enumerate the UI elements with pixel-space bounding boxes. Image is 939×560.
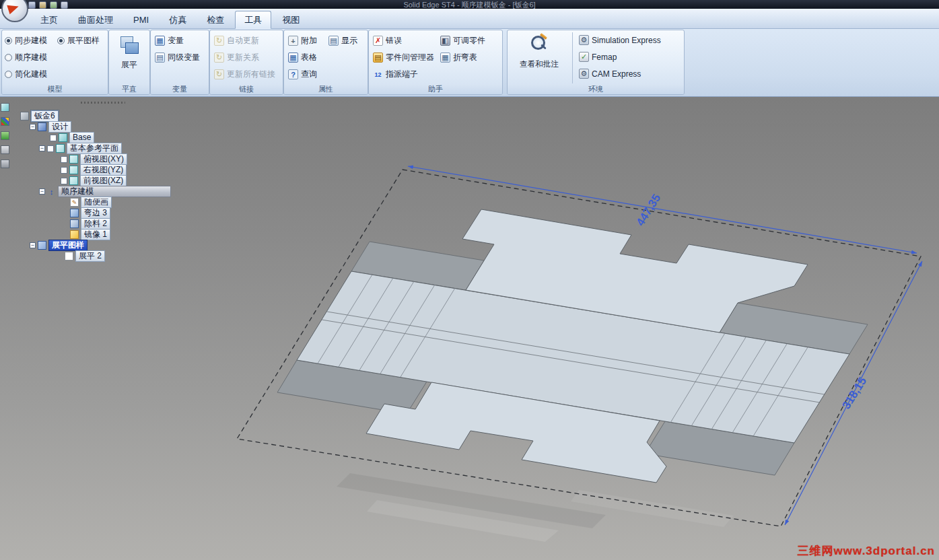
dimension-label-height[interactable]: 318,15 [840, 375, 870, 411]
tree-item-label[interactable]: 顺序建模 [58, 186, 171, 197]
group-variables: 变量 同级变量 变量 [150, 30, 209, 95]
visibility-checkbox[interactable] [61, 178, 67, 184]
tree-item-mirror1[interactable]: 镜像 1 [70, 230, 110, 240]
radio-synchronous[interactable]: 同步建模 [5, 35, 47, 46]
tree-item-flat-pattern[interactable]: 展平图样 [30, 240, 88, 250]
radio-icon[interactable] [5, 37, 12, 44]
visibility-checkbox[interactable] [61, 156, 67, 163]
radio-icon[interactable] [57, 37, 65, 44]
update-relations-button[interactable]: 更新关系 [214, 52, 259, 63]
interpart-manager-button[interactable]: 零件间管理器 [373, 52, 434, 63]
view-markup-label: 查看和批注 [520, 59, 559, 69]
tree-item-label[interactable]: 随便画 [81, 197, 112, 208]
inquire-button[interactable]: 查询 [288, 69, 317, 80]
display-button[interactable]: 显示 [328, 35, 357, 46]
adjustable-part-icon [440, 36, 450, 46]
tree-item-top-view-xy[interactable]: 俯视图(XY) [61, 154, 127, 164]
tab-tools[interactable]: 工具 [235, 11, 271, 29]
dimension-label-width[interactable]: 447,35 [634, 192, 664, 228]
adjustable-part-button[interactable]: 可调零件 [440, 35, 485, 46]
radio-flat-pattern[interactable]: 展平图样 [57, 35, 100, 46]
auto-update-button[interactable]: 自动更新 [214, 35, 259, 46]
quick-access-toolbar [28, 1, 68, 9]
simulation-express-button[interactable]: Simulation Express [579, 35, 661, 45]
group-environment: 查看和批注 Simulation Express Femap CAM Expre… [507, 30, 685, 95]
tab-pmi[interactable]: PMI [124, 11, 158, 29]
tree-item-sketch[interactable]: 随便画 [70, 197, 112, 207]
panel-toggle-icon[interactable] [1, 160, 9, 168]
visibility-checkbox[interactable] [50, 135, 57, 141]
tree-item-label[interactable]: Base [69, 132, 94, 143]
qat-dropdown-icon[interactable] [61, 1, 68, 9]
tab-simulation[interactable]: 仿真 [160, 11, 196, 29]
view-and-markup-button[interactable]: 查看和批注 [510, 32, 568, 85]
radio-simplify[interactable]: 简化建模 [5, 69, 47, 80]
attach-button[interactable]: 附加 [288, 35, 317, 46]
tree-item-cutout2[interactable]: 除料 2 [70, 219, 110, 229]
tree-item-label[interactable]: 除料 2 [81, 218, 110, 230]
group-model: 同步建模 展平图样 顺序建模 简化建模 模型 [1, 30, 108, 95]
tree-item-flatten2[interactable]: 展平 2 [65, 251, 105, 261]
tree-item-ordered-modeling[interactable]: 顺序建模 [39, 186, 171, 197]
tab-view[interactable]: 视图 [273, 11, 309, 29]
collapse-icon[interactable] [39, 188, 45, 195]
ribbon-tabs: 主页 曲面处理 PMI 仿真 检查 工具 视图 [31, 11, 309, 29]
tree-item-sheetmetal6[interactable]: 钣金6 [20, 111, 59, 121]
tree-item-label[interactable]: 弯边 3 [81, 207, 110, 219]
tree-item-label[interactable]: 镜像 1 [81, 229, 110, 240]
tree-item-label[interactable]: 俯视图(XY) [80, 153, 127, 165]
button-label: 查询 [301, 69, 317, 80]
tree-item-label[interactable]: 钣金6 [31, 110, 59, 122]
layer-icon[interactable] [1, 131, 9, 140]
tree-item-design[interactable]: 设计 [30, 122, 71, 132]
update-all-links-button[interactable]: 更新所有链接 [214, 69, 275, 80]
flatten-button-label: 展平 [121, 59, 137, 71]
cam-express-button[interactable]: CAM Express [579, 69, 641, 79]
tab-inspect[interactable]: 检查 [197, 11, 234, 29]
visibility-checkbox[interactable] [47, 145, 54, 152]
collapse-icon[interactable] [39, 145, 45, 151]
collapse-icon[interactable] [30, 124, 36, 130]
tree-item-label[interactable]: 右视图(YZ) [80, 164, 127, 176]
group-properties: 附加 显示 表格 查询 属性 [283, 30, 368, 95]
button-label: 同级变量 [168, 52, 200, 63]
model-viewport-canvas[interactable]: 447,35 318,15 [0, 96, 939, 560]
radio-icon[interactable] [5, 71, 12, 78]
peer-variables-button[interactable]: 同级变量 [155, 52, 200, 63]
cam-gear-icon [579, 69, 589, 79]
tree-item-reference-planes[interactable]: 基本参考平面 [39, 143, 122, 153]
pathfinder-drag-handle[interactable] [81, 102, 125, 104]
flatten-button[interactable]: 展平 [112, 33, 147, 84]
tab-home[interactable]: 主页 [31, 11, 67, 29]
visibility-checkbox[interactable] [61, 167, 67, 174]
button-label: 错误 [386, 35, 402, 46]
tree-item-right-view-yz[interactable]: 右视图(YZ) [61, 165, 127, 175]
assign-terminals-button[interactable]: 指派端子 [373, 69, 418, 80]
save-icon[interactable] [28, 1, 36, 9]
tree-item-front-view-xz[interactable]: 前视图(XZ) [61, 176, 127, 186]
variables-button[interactable]: 变量 [155, 35, 184, 46]
tree-item-label[interactable]: 展平图样 [48, 240, 88, 251]
collapse-icon[interactable] [30, 242, 36, 248]
table-button[interactable]: 表格 [288, 52, 317, 63]
radio-ordered[interactable]: 顺序建模 [5, 52, 47, 63]
tree-item-label[interactable]: 设计 [48, 121, 71, 133]
bend-table-button[interactable]: 折弯表 [440, 52, 477, 63]
tree-item-label[interactable]: 展平 2 [75, 250, 105, 262]
side-toolbar [0, 98, 11, 168]
panel-toggle-icon[interactable] [1, 145, 9, 154]
mirror-icon [70, 230, 79, 239]
tree-item-label[interactable]: 基本参考平面 [67, 143, 122, 154]
femap-button[interactable]: Femap [579, 52, 617, 62]
color-palette-icon[interactable] [1, 117, 9, 126]
tree-item-label[interactable]: 前视图(XZ) [80, 175, 127, 186]
redo-icon[interactable] [50, 1, 57, 9]
radio-icon[interactable] [5, 54, 12, 61]
undo-icon[interactable] [39, 1, 46, 9]
tree-item-flange3[interactable]: 弯边 3 [70, 208, 110, 218]
tab-surfacing[interactable]: 曲面处理 [69, 11, 123, 29]
sketch-edit-icon[interactable] [1, 103, 9, 112]
tree-item-base[interactable]: Base [50, 133, 94, 143]
errors-button[interactable]: 错误 [373, 35, 402, 46]
model-viewport[interactable]: 447,35 318,15 钣金6 设计 Base [0, 96, 939, 560]
